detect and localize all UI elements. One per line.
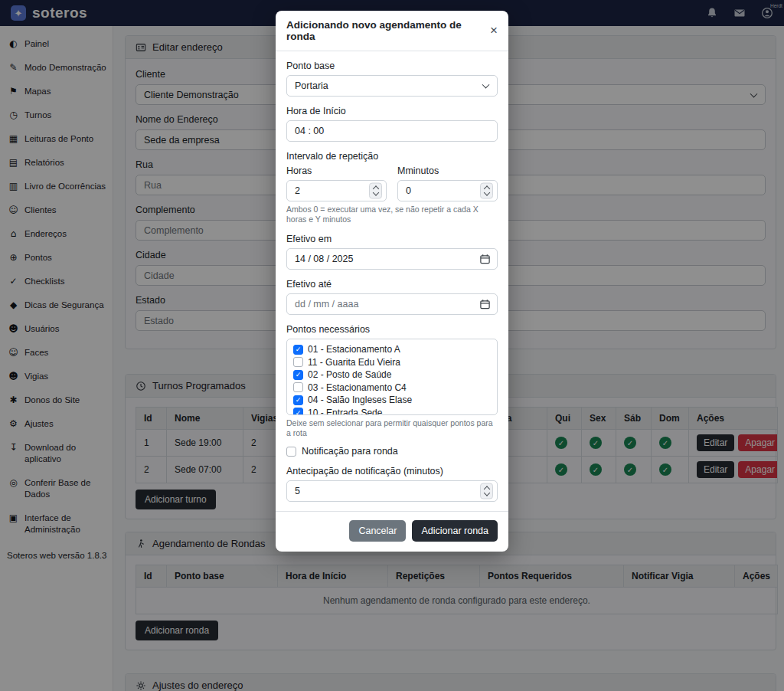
- required-point-option[interactable]: ✓04 - Salão Ingleses Elase: [293, 394, 491, 407]
- field-label: Efetivo até: [286, 279, 498, 290]
- round-notification-row[interactable]: Notificação para ronda: [286, 446, 498, 457]
- chevron-down-icon: [482, 81, 490, 89]
- field-label: Hora de Início: [286, 106, 498, 117]
- base-point-select[interactable]: Portaria: [286, 75, 498, 97]
- field-label: Intervalo de repetição: [286, 151, 498, 162]
- add-round-schedule-modal: Adicionando novo agendamento de ronda × …: [276, 11, 508, 552]
- required-point-option[interactable]: 11 - Guarita Edu Vieira: [293, 356, 491, 369]
- required-point-option[interactable]: ✓10 - Entrada Sede: [293, 407, 491, 416]
- point-checkbox[interactable]: ✓: [293, 395, 303, 405]
- point-checkbox[interactable]: [293, 382, 303, 392]
- point-checkbox[interactable]: ✓: [293, 345, 303, 355]
- hours-input[interactable]: 2: [286, 180, 387, 201]
- repeat-help-text: Ambos 0 = executar uma vez, se não repet…: [286, 205, 498, 224]
- point-label: 04 - Salão Ingleses Elase: [308, 395, 412, 405]
- submit-add-round-button[interactable]: Adicionar ronda: [412, 520, 498, 542]
- required-points-list[interactable]: ✓01 - Estacionamento A11 - Guarita Edu V…: [286, 339, 498, 415]
- field-label: Efetivo em: [286, 234, 498, 245]
- point-label: 11 - Guarita Edu Vieira: [308, 357, 400, 368]
- page-root: ✦ soteros Herdt ◐Painel✎Modo Demonstraçã…: [0, 0, 784, 691]
- point-checkbox[interactable]: ✓: [293, 370, 303, 380]
- required-point-option[interactable]: 03 - Estacionamento C4: [293, 382, 491, 395]
- field-label: Ponto base: [286, 61, 498, 72]
- point-label: 10 - Entrada Sede: [308, 408, 382, 415]
- close-icon[interactable]: ×: [490, 25, 498, 36]
- cancel-button[interactable]: Cancelar: [349, 520, 406, 542]
- points-help-text: Deixe sem selecionar para permitir quais…: [286, 418, 498, 438]
- minutes-input[interactable]: 0: [397, 180, 498, 201]
- field-label: Antecipação de notificação (minutos): [286, 466, 498, 477]
- field-label: Pontos necessários: [286, 324, 498, 336]
- checkbox-label: Notificação para ronda: [302, 446, 398, 457]
- spinner-updown-icon[interactable]: [480, 183, 493, 199]
- modal-title: Adicionando novo agendamento de ronda: [286, 19, 490, 42]
- point-label: 02 - Posto de Saúde: [308, 369, 391, 380]
- field-label: Mminutos: [397, 165, 498, 177]
- round-notification-checkbox[interactable]: [286, 447, 296, 457]
- calendar-icon[interactable]: [479, 299, 491, 310]
- required-point-option[interactable]: ✓02 - Posto de Saúde: [293, 368, 491, 382]
- spinner-updown-icon[interactable]: [369, 183, 382, 199]
- point-label: 01 - Estacionamento A: [308, 344, 400, 355]
- effective-until-input[interactable]: dd / mm / aaaa: [286, 293, 498, 315]
- notification-lead-input[interactable]: 5: [286, 480, 498, 502]
- field-label: Horas: [286, 165, 387, 177]
- point-checkbox[interactable]: [293, 357, 303, 367]
- required-point-option[interactable]: ✓01 - Estacionamento A: [293, 343, 491, 356]
- start-time-input[interactable]: 04 : 00: [286, 120, 498, 142]
- point-label: 03 - Estacionamento C4: [308, 382, 407, 393]
- point-checkbox[interactable]: ✓: [293, 408, 303, 415]
- calendar-icon[interactable]: [479, 254, 491, 265]
- effective-from-input[interactable]: 14 / 08 / 2025: [286, 248, 498, 270]
- spinner-updown-icon[interactable]: [480, 483, 493, 499]
